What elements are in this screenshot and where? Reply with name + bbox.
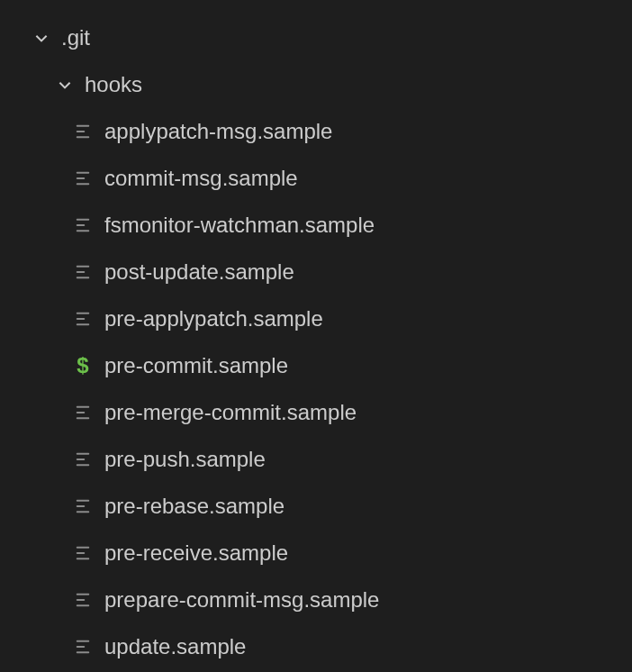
file-item[interactable]: post-update.sample: [0, 249, 632, 295]
file-item[interactable]: pre-receive.sample: [0, 530, 632, 577]
text-file-icon: [72, 450, 94, 468]
file-label: pre-commit.sample: [104, 353, 288, 378]
file-item[interactable]: prepare-commit-msg.sample: [0, 577, 632, 623]
file-label: fsmonitor-watchman.sample: [104, 213, 375, 238]
file-item[interactable]: fsmonitor-watchman.sample: [0, 202, 632, 249]
folder-hooks[interactable]: hooks: [0, 61, 632, 108]
shell-icon: $: [72, 353, 94, 378]
file-label: post-update.sample: [104, 259, 294, 285]
file-item[interactable]: applypatch-msg.sample: [0, 108, 632, 155]
file-item[interactable]: pre-push.sample: [0, 436, 632, 483]
text-file-icon: [72, 497, 94, 515]
file-item[interactable]: pre-merge-commit.sample: [0, 389, 632, 436]
file-item[interactable]: commit-msg.sample: [0, 155, 632, 202]
chevron-down-icon: [31, 30, 52, 46]
text-file-icon: [72, 216, 94, 234]
file-label: update.sample: [104, 634, 246, 659]
file-item[interactable]: update.sample: [0, 623, 632, 670]
file-label: pre-receive.sample: [104, 540, 288, 566]
file-label: pre-applypatch.sample: [104, 306, 323, 331]
folder-git[interactable]: .git: [0, 14, 632, 61]
file-label: commit-msg.sample: [104, 166, 298, 191]
folder-label: hooks: [85, 72, 142, 97]
text-file-icon: [72, 591, 94, 609]
file-item[interactable]: pre-rebase.sample: [0, 483, 632, 530]
folder-label: .git: [61, 25, 90, 50]
file-label: prepare-commit-msg.sample: [104, 587, 379, 613]
text-file-icon: [72, 544, 94, 562]
text-file-icon: [72, 310, 94, 328]
file-label: pre-merge-commit.sample: [104, 400, 357, 425]
text-file-icon: [72, 638, 94, 656]
file-label: pre-rebase.sample: [104, 494, 284, 519]
file-item[interactable]: pre-applypatch.sample: [0, 295, 632, 342]
text-file-icon: [72, 123, 94, 141]
file-item[interactable]: $pre-commit.sample: [0, 342, 632, 389]
file-label: applypatch-msg.sample: [104, 119, 332, 144]
file-label: pre-push.sample: [104, 447, 266, 472]
chevron-down-icon: [54, 77, 76, 93]
text-file-icon: [72, 404, 94, 422]
text-file-icon: [72, 169, 94, 187]
text-file-icon: [72, 263, 94, 281]
